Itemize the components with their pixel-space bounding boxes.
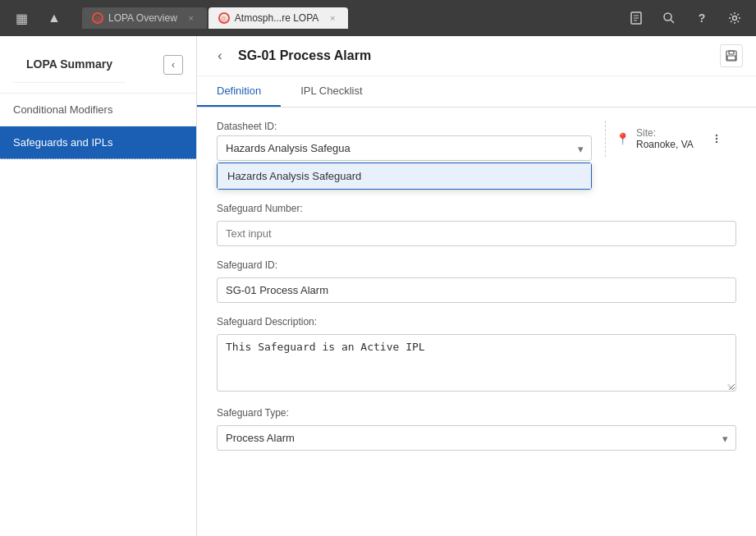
tab-atmosph-close[interactable]: × [327, 12, 338, 24]
save-button[interactable] [720, 44, 743, 67]
svg-rect-9 [727, 56, 735, 60]
tab-definition[interactable]: Definition [197, 76, 281, 107]
settings-icon-btn[interactable] [720, 3, 749, 33]
datasheet-select-wrapper: Hazards Analysis Safegua ▾ [217, 135, 592, 161]
datasheet-id-select[interactable]: Hazards Analysis Safegua [217, 135, 592, 161]
safeguard-type-select-wrapper: Process Alarm ▾ [217, 425, 736, 451]
svg-point-11 [716, 138, 717, 140]
help-icon-btn[interactable]: ? [687, 3, 717, 33]
safeguard-id-group: Safeguard ID: [217, 259, 736, 303]
dropdown-item-hazards[interactable]: Hazards Analysis Safeguard [218, 163, 591, 189]
site-value: Roanoke, VA [636, 139, 694, 150]
safeguard-type-select[interactable]: Process Alarm [217, 425, 736, 451]
datasheet-left: Datasheet ID: Hazards Analysis Safegua ▾… [217, 121, 592, 190]
safeguard-number-label: Safeguard Number: [217, 203, 736, 214]
sidebar-item-conditional-modifiers[interactable]: Conditional Modifiers [0, 94, 196, 126]
tab-lopa-icon: ◎ [92, 12, 103, 24]
site-info: Site: Roanoke, VA [636, 127, 694, 150]
tab-atmosph-label: Atmosph...re LOPA [235, 12, 319, 24]
triangle-icon-btn[interactable]: ▲ [39, 3, 69, 33]
safeguard-description-textarea[interactable]: This Safeguard is an Active IPL [217, 334, 736, 392]
safeguard-number-input[interactable] [217, 221, 736, 246]
tab-ipl-checklist[interactable]: IPL Checklist [281, 76, 382, 107]
datasheet-id-label: Datasheet ID: [217, 121, 592, 132]
datasheet-dropdown-popup: Hazards Analysis Safeguard [217, 163, 592, 190]
safeguard-number-group: Safeguard Number: [217, 203, 736, 246]
safeguard-id-label: Safeguard ID: [217, 259, 736, 271]
back-button[interactable]: ‹ [210, 46, 230, 66]
content-header: ‹ SG-01 Process Alarm [197, 36, 756, 76]
svg-point-12 [716, 141, 717, 143]
sidebar-title: LOPA Summary [13, 46, 126, 83]
tab-atmosph-icon: ◎ [218, 12, 230, 24]
datasheet-row: Datasheet ID: Hazards Analysis Safegua ▾… [217, 121, 736, 190]
svg-rect-8 [729, 51, 734, 54]
tab-atmosph-lopa[interactable]: ◎ Atmosph...re LOPA × [208, 7, 349, 29]
content-tabs: Definition IPL Checklist [197, 76, 756, 108]
app-layout: LOPA Summary ‹ Conditional Modifiers Saf… [0, 36, 756, 536]
safeguard-type-label: Safeguard Type: [217, 407, 736, 419]
site-more-btn[interactable] [707, 129, 726, 149]
site-info-panel: 📍 Site: Roanoke, VA [605, 121, 736, 157]
safeguard-description-group: Safeguard Description: This Safeguard is… [217, 316, 736, 394]
tab-lopa-label: LOPA Overview [108, 12, 177, 24]
sidebar: LOPA Summary ‹ Conditional Modifiers Saf… [0, 36, 197, 536]
document-icon-btn[interactable] [621, 3, 651, 33]
safeguard-description-label: Safeguard Description: [217, 316, 736, 328]
page-title: SG-01 Process Alarm [238, 48, 712, 63]
site-label: Site: [636, 127, 694, 139]
search-icon-btn[interactable] [654, 3, 684, 33]
form-area: Datasheet ID: Hazards Analysis Safegua ▾… [197, 108, 756, 536]
top-toolbar: ▦ ▲ ◎ LOPA Overview × ◎ Atmosph...re LOP… [0, 0, 756, 36]
sidebar-header: LOPA Summary ‹ [0, 36, 196, 94]
sidebar-collapse-btn[interactable]: ‹ [163, 55, 183, 75]
svg-point-4 [664, 13, 671, 21]
location-icon: 📍 [616, 132, 630, 145]
safeguard-type-group: Safeguard Type: Process Alarm ▾ [217, 407, 736, 451]
safeguard-description-wrapper: This Safeguard is an Active IPL [217, 334, 736, 394]
dashboard-icon-btn[interactable]: ▦ [7, 3, 36, 33]
svg-point-6 [733, 16, 737, 21]
main-content: ‹ SG-01 Process Alarm Definition IPL Che… [197, 36, 756, 536]
tab-lopa-close[interactable]: × [186, 12, 197, 24]
safeguard-id-input[interactable] [217, 277, 736, 303]
sidebar-item-safeguards-ipls[interactable]: Safeguards and IPLs [0, 126, 196, 159]
svg-line-5 [671, 20, 674, 23]
svg-point-10 [716, 135, 717, 136]
tab-lopa-overview[interactable]: ◎ LOPA Overview × [82, 7, 207, 29]
tab-bar: ◎ LOPA Overview × ◎ Atmosph...re LOPA × [76, 7, 618, 29]
right-toolbar: ? [621, 3, 749, 33]
